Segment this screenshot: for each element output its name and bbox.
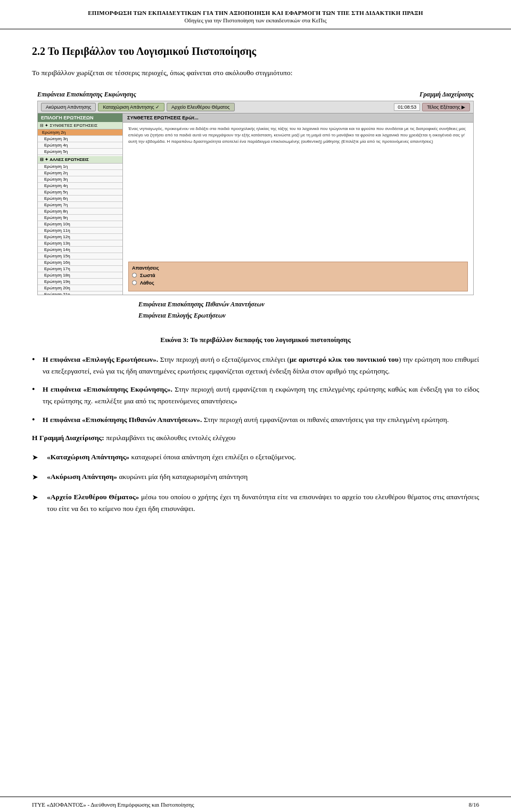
- answer-option-correct[interactable]: Σωστά: [132, 273, 464, 278]
- question-item[interactable]: Ερώτηση 12η: [38, 234, 122, 240]
- arrow-item-3: ➤ «Αρχείο Ελευθέρου Θέματος» μέσω του οπ…: [32, 491, 479, 515]
- question-item[interactable]: Ερώτηση 8η: [38, 208, 122, 215]
- arrow-text-2: ακυρώνει μία ήδη καταχωρισμένη απάντηση: [119, 473, 248, 481]
- bullet-content-2: Η επιφάνεια «Επισκόπησης Εκφώνησης». Στη…: [43, 384, 479, 408]
- question-item[interactable]: Ερώτηση 16η: [38, 259, 122, 266]
- intro-text: Το περιβάλλον χωρίζεται σε τέσσερις περι…: [32, 67, 479, 79]
- question-item[interactable]: Ερώτηση 14η: [38, 247, 122, 253]
- arrow-label-3: «Αρχείο Ελευθέρου Θέματος»: [47, 493, 139, 501]
- bullet-content-1: Η επιφάνεια «Επιλογής Ερωτήσεων». Στην π…: [43, 354, 479, 378]
- question-item[interactable]: Ερώτηση 10η: [38, 221, 122, 228]
- page-footer: ΙΤΥΕ «ΔΙΟΦΑΝΤΟΣ» - Διεύθυνση Επιμόρφωσης…: [0, 797, 511, 812]
- screenshot-wrapper: Επιφάνεια Επισκόπησης Εκφώνησης Γραμμή Δ…: [32, 91, 479, 320]
- question-item[interactable]: Ερώτηση 11η: [38, 228, 122, 234]
- arrow-symbol-1: ➤: [32, 451, 47, 464]
- question-item[interactable]: Ερώτηση 5η: [38, 189, 122, 196]
- bullet-text-3: Στην περιοχή αυτή εμφανίζονται οι πιθανέ…: [204, 416, 449, 424]
- question-content: Ένας νηπιαγωγός, προκειμένου να διδάξει …: [123, 123, 473, 258]
- question-item[interactable]: Ερώτηση 18η: [38, 272, 122, 279]
- bullet-content-3: Η επιφάνεια «Επισκόπησης Πιθανών Απαντήσ…: [43, 414, 479, 426]
- composite-questions-header: ⊟ ✦ ΣΥΝΘΕΤΕΣ ΕΡΩΤΗΣΕΙΣ: [38, 122, 122, 129]
- question-item[interactable]: Ερώτηση 6η: [38, 196, 122, 202]
- footer-left: ΙΤΥΕ «ΔΙΟΦΑΝΤΟΣ» - Διεύθυνση Επιμόρφωσης…: [32, 801, 194, 808]
- annotation-right: Γραμμή Διαχείρισης: [419, 91, 474, 99]
- management-heading: Η Γραμμή Διαχείρισης:: [32, 434, 104, 442]
- arrow-label-1: «Καταχώριση Απάντησης»: [47, 453, 129, 461]
- active-question-item[interactable]: Ερώτηση 2η: [38, 129, 122, 136]
- question-item[interactable]: Ερώτηση 17η: [38, 266, 122, 272]
- bullet-dot-3: •: [32, 414, 43, 426]
- end-exam-btn[interactable]: Τέλος Εξέτασης ▶: [422, 103, 470, 111]
- arrow-label-2: «Ακύρωση Απάντηση»: [47, 473, 117, 481]
- radio-correct[interactable]: [132, 273, 137, 278]
- question-item[interactable]: Ερώτηση 3η: [38, 176, 122, 183]
- page-header: ΕΠΙΜΟΡΦΩΣΗ ΤΩΝ ΕΚΠΑΙΔΕΥΤΙΚΩΝ ΓΙΑ ΤΗΝ ΑΞΙ…: [0, 0, 511, 29]
- mockup-body: ΕΠΙΛΟΓΗ ΕΡΩΤΗΣΕΩΝ ⊟ ✦ ΣΥΝΘΕΤΕΣ ΕΡΩΤΗΣΕΙΣ…: [38, 113, 473, 295]
- timer-display: 01:08:53: [394, 103, 420, 111]
- question-item-5[interactable]: Ερώτηση 5η: [38, 149, 122, 155]
- question-item[interactable]: Ερώτηση 13η: [38, 240, 122, 247]
- annotation-left: Επιφάνεια Επισκόπησης Εκφώνησης: [37, 91, 136, 99]
- question-item[interactable]: Ερώτηση 9η: [38, 215, 122, 221]
- arrow-symbol-2: ➤: [32, 471, 47, 483]
- question-item-3[interactable]: Ερώτηση 3η: [38, 136, 122, 142]
- radio-wrong[interactable]: [132, 280, 137, 285]
- bullet-dot-1: •: [32, 354, 43, 366]
- answers-panel: Απαντήσεις Σωστά Λάθος: [128, 262, 468, 291]
- question-item[interactable]: Ερώτηση 1η: [38, 164, 122, 170]
- arrow-content-1: «Καταχώριση Απάντησης» καταχωρεί όποια α…: [47, 451, 479, 463]
- annotation-middle2: Επιφάνεια Επιλογής Ερωτήσεων: [138, 312, 226, 320]
- question-item-4[interactable]: Ερώτηση 4η: [38, 142, 122, 149]
- arrow-content-2: «Ακύρωση Απάντηση» ακυρώνει μία ήδη κατα…: [47, 471, 479, 483]
- header-title-line1: ΕΠΙΜΟΡΦΩΣΗ ΤΩΝ ΕΚΠΑΙΔΕΥΤΙΚΩΝ ΓΙΑ ΤΗΝ ΑΞΙ…: [32, 10, 479, 16]
- other-questions-list: Ερώτηση 1ηΕρώτηση 2ηΕρώτηση 3ηΕρώτηση 4η…: [38, 164, 122, 295]
- question-item[interactable]: Ερώτηση 4η: [38, 183, 122, 189]
- figure-caption: Εικόνα 3: Το περιβάλλον διεπαφής του λογ…: [32, 336, 479, 344]
- bullet-item-1: • Η επιφάνεια «Επιλογής Ερωτήσεων». Στην…: [32, 354, 479, 378]
- footer-right: 8/16: [468, 801, 479, 808]
- cancel-answer-btn[interactable]: Ακύρωση Απάντησης: [41, 103, 96, 111]
- screenshot-mockup: Ακύρωση Απάντησης Καταχώριση Απάντησης ✓…: [37, 101, 474, 295]
- arrow-item-1: ➤ «Καταχώριση Απάντησης» καταχωρεί όποια…: [32, 451, 479, 464]
- question-item[interactable]: Ερώτηση 19η: [38, 279, 122, 285]
- left-questions-panel: ΕΠΙΛΟΓΗ ΕΡΩΤΗΣΕΩΝ ⊟ ✦ ΣΥΝΘΕΤΕΣ ΕΡΩΤΗΣΕΙΣ…: [38, 113, 123, 295]
- question-item[interactable]: Ερώτηση 20η: [38, 285, 122, 291]
- answer-correct-label: Σωστά: [140, 273, 155, 278]
- other-questions-header: ⊟ ✦ ΑΛΛΕΣ ΕΡΩΤΗΣΕΙΣ: [38, 156, 122, 164]
- register-answer-btn[interactable]: Καταχώριση Απάντησης ✓: [98, 103, 164, 111]
- question-item[interactable]: Ερώτηση 7η: [38, 202, 122, 208]
- answer-wrong-label: Λάθος: [140, 280, 154, 286]
- main-content: 2.2 Το Περιβάλλον του Λογισμικού Πιστοπο…: [0, 29, 511, 533]
- question-item[interactable]: Ερώτηση 15η: [38, 253, 122, 259]
- questions-panel-header: ΕΠΙΛΟΓΗ ΕΡΩΤΗΣΕΩΝ: [38, 113, 122, 122]
- bullet-section: • Η επιφάνεια «Επιλογής Ερωτήσεων». Στην…: [32, 354, 479, 426]
- management-heading-rest: περιλαμβάνει τις ακόλουθες εντολές ελέγχ…: [106, 434, 235, 442]
- bullet-item-2: • Η επιφάνεια «Επισκόπησης Εκφώνησης». Σ…: [32, 384, 479, 408]
- bullet-label-2: Η επιφάνεια «Επισκόπησης Εκφώνησης».: [43, 385, 172, 393]
- header-title-line2: Οδηγίες για την Πιστοποίηση των εκπαιδευ…: [32, 17, 479, 23]
- mockup-toolbar: Ακύρωση Απάντησης Καταχώριση Απάντησης ✓…: [38, 101, 473, 113]
- bullet-label-1: Η επιφάνεια «Επιλογής Ερωτήσεων».: [43, 355, 158, 363]
- bullet-item-3: • Η επιφάνεια «Επισκόπησης Πιθανών Απαντ…: [32, 414, 479, 426]
- right-content-panel: ΣΥΝΘΕΤΕΣ ΕΡΩΤΗΣΕΙΣ Ερώτ... Ένας νηπιαγωγ…: [123, 113, 473, 295]
- free-topic-btn[interactable]: Αρχείο Ελευθέρου Θέματος: [167, 103, 235, 111]
- bullet-label-3: Η επιφάνεια «Επισκόπησης Πιθανών Απαντήσ…: [43, 416, 202, 424]
- question-item[interactable]: Ερώτηση 21η: [38, 291, 122, 295]
- question-item[interactable]: Ερώτηση 2η: [38, 170, 122, 176]
- section-heading: 2.2 Το Περιβάλλον του Λογισμικού Πιστοπο…: [32, 45, 479, 58]
- arrow-text-1: καταχωρεί όποια απάντηση έχει επιλέξει ο…: [131, 453, 296, 461]
- right-panel-header: ΣΥΝΘΕΤΕΣ ΕΡΩΤΗΣΕΙΣ Ερώτ...: [123, 113, 473, 123]
- annotation-middle1: Επιφάνεια Επισκόπησης Πιθανών Απαντήσεων: [138, 301, 265, 308]
- management-heading-para: Η Γραμμή Διαχείρισης: περιλαμβάνει τις α…: [32, 432, 479, 444]
- answers-label: Απαντήσεις: [132, 265, 464, 271]
- answer-option-wrong[interactable]: Λάθος: [132, 280, 464, 286]
- arrow-symbol-3: ➤: [32, 491, 47, 504]
- arrow-item-2: ➤ «Ακύρωση Απάντηση» ακυρώνει μία ήδη κα…: [32, 471, 479, 483]
- bullet-dot-2: •: [32, 384, 43, 395]
- arrow-content-3: «Αρχείο Ελευθέρου Θέματος» μέσω του οποί…: [47, 491, 479, 515]
